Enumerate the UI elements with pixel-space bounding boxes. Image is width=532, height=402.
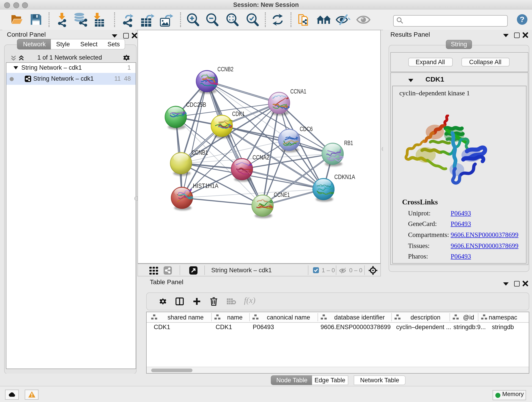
svg-text:RB1: RB1 [344,140,353,147]
svg-text:CCNA1: CCNA1 [290,88,306,95]
svg-text:HIST1H1A: HIST1H1A [193,182,218,189]
svg-text:CCNB1: CCNB1 [191,149,208,156]
svg-text:CDKN1A: CDKN1A [334,173,355,180]
svg-text:CDC6: CDC6 [300,126,313,133]
svg-text:CDC25B: CDC25B [186,101,206,108]
svg-text:CCNB2: CCNB2 [217,66,234,73]
svg-text:CCNE1: CCNE1 [274,191,290,198]
svg-text:CCNA2: CCNA2 [253,154,269,161]
svg-text:CDK1: CDK1 [232,110,245,117]
